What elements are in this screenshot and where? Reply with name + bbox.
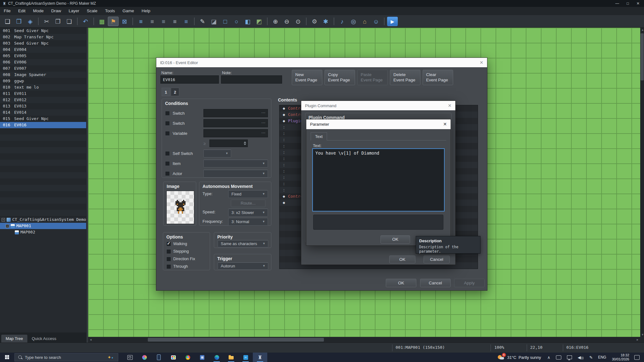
toolbar-button[interactable] [194,18,195,25]
tree-item-map001[interactable]: − MAP001 [0,223,86,229]
taskbar-search[interactable]: Type here to search ✦✦ [14,353,118,361]
menu-item[interactable]: Scale [83,7,101,15]
pen-icon[interactable]: ✎ [589,355,593,360]
EV014[interactable]: 014 EV014 [0,109,86,116]
menu-item[interactable]: Mode [29,7,47,15]
copy-event-page-button[interactable]: Copy Event Page [325,70,355,85]
self-switch-checkbox[interactable] [165,151,170,156]
scroll-down-icon[interactable]: ▼ [641,333,644,336]
zoom-in-button[interactable]: ⊕ [270,17,281,26]
close-button[interactable]: ✕ [636,1,640,6]
dialog-titlebar[interactable]: ID:016 - Event Editor ✕ [156,58,487,67]
tree-item-project[interactable]: − CT_Crafting&ArtisanSystem Demo [0,217,86,223]
playtest-button[interactable]: ▶ [387,17,398,26]
switch2-value-field[interactable] [203,119,268,127]
volume-icon[interactable]: ◀))) [578,355,584,360]
weather-widget[interactable]: 6 [497,354,505,361]
cancel-button[interactable]: Cancel [420,279,451,287]
taskbar-app-calculator[interactable]: ▦ [195,353,209,362]
scrollbar-thumb[interactable] [148,338,324,342]
plugin-manager-button[interactable]: ✱ [320,17,331,26]
toolbar-button[interactable] [334,18,334,25]
toolbar-button[interactable] [38,18,39,25]
taskbar-app-file-explorer[interactable] [224,353,238,362]
event-mode-button[interactable]: ⚑ [108,17,119,26]
scroll-up-icon[interactable]: ▲ [641,28,644,31]
movement-frequency-dropdown[interactable]: 3: Normal [228,218,268,226]
option-checkbox[interactable] [166,242,171,246]
dialog-titlebar[interactable]: Plugin Command ✕ [301,101,455,110]
route-button[interactable]: Route... [231,200,265,207]
movement-speed-dropdown[interactable]: 3: x2 Slower [228,209,268,217]
event-name-input[interactable] [160,75,219,84]
EV007[interactable]: 007 EV007 [0,65,86,72]
variable-value-field[interactable] [203,129,268,137]
action-center-icon[interactable] [634,355,640,360]
layer-1-button[interactable]: ≡ [147,17,158,26]
cast-icon[interactable] [556,355,561,359]
maximize-button[interactable]: □ [627,1,629,6]
scroll-left-icon[interactable]: ◄ [89,338,92,341]
ggwp[interactable]: 009 ggwp [0,78,86,84]
EV006[interactable]: 006 EV006 [0,59,86,65]
switch1-checkbox[interactable] [165,111,170,116]
parameter-text-input[interactable]: You have \v[1] of Diamond [312,148,445,211]
event-searcher-button[interactable]: ◎ [348,17,359,26]
tree-item-map002[interactable]: MAP002 [0,229,86,235]
EV004[interactable]: 004 EV004 [0,47,86,53]
option-row[interactable]: Stepping [166,248,189,255]
Seed Giver Npc[interactable]: 003 Seed Giver Npc [0,40,86,47]
taskbar-app-phone-link[interactable] [152,353,166,362]
layer-4-button[interactable]: ≡ [181,17,192,26]
taskbar-app-copilot[interactable] [137,353,152,362]
scroll-right-icon[interactable]: ► [636,338,639,341]
cancel-button[interactable]: Cancel [424,255,450,263]
paste-button[interactable]: ❏ [64,17,75,26]
option-row[interactable]: Walking [166,241,187,247]
clock[interactable]: 18:32 30/01/2026 [612,353,629,361]
item-dropdown[interactable] [203,160,268,167]
menu-item[interactable]: File [0,7,14,15]
option-row[interactable]: Through [166,263,188,270]
menu-item[interactable]: Tools [101,7,119,15]
trigger-dropdown[interactable]: Autorun [218,262,268,270]
EV013[interactable]: 013 EV013 [0,103,86,109]
toolbar-button[interactable] [267,18,268,25]
EV016[interactable]: 016 EV016 [0,122,86,128]
shadow-pen-tool-button[interactable]: ◩ [254,17,264,26]
rectangle-tool-button[interactable]: □ [220,17,230,26]
layer-2-button[interactable]: ≡ [158,17,169,26]
actor-dropdown[interactable] [203,170,268,178]
EV011[interactable]: 011 EV011 [0,90,86,97]
save-project-button[interactable]: ◈ [25,17,36,26]
zoom-actual-button[interactable]: ⊙ [293,17,303,26]
menu-item[interactable]: Help [138,7,154,15]
menu-item[interactable]: Game [119,7,138,15]
menu-item[interactable]: Draw [47,7,65,15]
network-icon[interactable] [567,355,572,359]
minimize-button[interactable]: — [615,1,619,6]
taskbar-app-edge[interactable] [209,353,224,362]
spin-down-icon[interactable] [244,144,246,145]
variable-checkbox[interactable] [165,131,170,136]
cut-button[interactable]: ✂ [41,17,52,26]
event-character-image[interactable] [166,191,194,224]
collapse-icon[interactable]: − [6,224,9,228]
weather-condition[interactable]: Partly sunny [519,355,541,360]
toolbar-button[interactable] [77,18,78,25]
option-checkbox[interactable] [166,249,171,254]
taskbar-app-rpg-maker[interactable]: ♜ [253,353,267,362]
menu-item[interactable]: Edit [14,7,29,15]
ok-button[interactable]: OK [380,235,410,244]
ellipse-tool-button[interactable]: ○ [231,17,242,26]
open-project-button[interactable]: ❒ [14,17,24,26]
map-mode-button[interactable]: ▦ [97,17,107,26]
apply-button[interactable]: Apply [454,279,485,287]
option-row[interactable]: Direction Fix [166,256,195,262]
event-note-input[interactable] [221,75,282,84]
eraser-tool-button[interactable]: ◪ [208,17,219,26]
pencil-tool-button[interactable]: ✎ [197,17,208,26]
taskbar-app-vscode[interactable]: ‹› [238,353,253,362]
delete-event-page-button[interactable]: Delete Event Page [390,70,420,85]
toolbar-button[interactable] [384,18,385,25]
